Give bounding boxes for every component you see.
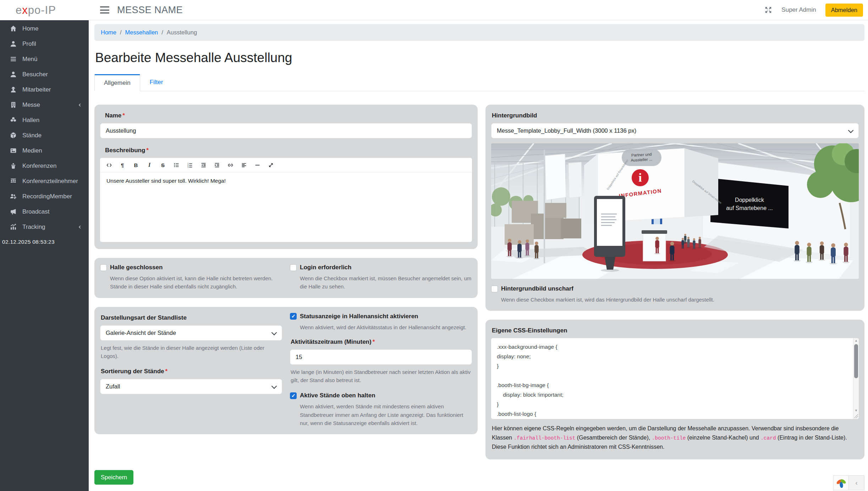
sortierung-select[interactable] [100, 379, 282, 394]
checkbox-unchecked[interactable] [491, 286, 498, 292]
users-gear-icon [10, 193, 17, 200]
halle-geschlossen-checkbox[interactable]: Halle geschlossen [100, 264, 282, 271]
code-booth-tile: .booth-tile [652, 435, 686, 441]
indent-icon[interactable] [211, 160, 222, 170]
page-title: Bearbeite Messehalle Ausstellung [95, 50, 864, 65]
sidebar-item-hallen[interactable]: Hallen [0, 112, 89, 128]
ordered-list-icon[interactable]: 123 [185, 160, 195, 170]
resize-handle-icon[interactable] [854, 414, 858, 418]
brand-x: x [22, 4, 28, 16]
unscharf-checkbox[interactable]: Hintergrundbild unscharf [491, 285, 859, 292]
aktivitaetszeitraum-label: Aktivitätszeitraum (Minuten)* [291, 338, 472, 346]
brand-text: expo-IP [16, 4, 56, 17]
sidebar-item-broadcast[interactable]: Broadcast [0, 204, 89, 219]
megaphone-icon [10, 208, 17, 215]
header: MESSE NAME Super Admin Abmelden [89, 0, 868, 20]
checkbox-unchecked[interactable] [100, 264, 107, 271]
login-erforderlich-help: Wenn die Checkbox markiert ist, müssen B… [300, 274, 472, 291]
scroll-down-icon[interactable]: ▼ [853, 408, 859, 413]
scrollbar[interactable]: ▲ ▼ [853, 338, 859, 419]
horizontal-rule-icon[interactable] [252, 160, 263, 170]
card-name-beschreibung: Name* Beschreibung* ¶ B I S 123 [94, 105, 478, 249]
sidebar-item-besucher[interactable]: Besucher [0, 67, 89, 82]
fullscreen-icon[interactable] [764, 6, 772, 14]
user-role-label: Super Admin [781, 6, 816, 13]
sidebar-item-menu[interactable]: Menü [0, 51, 89, 67]
align-left-icon[interactable] [238, 160, 249, 170]
css-textarea[interactable]: .xxx-background-image { display: none; }… [491, 338, 859, 419]
logout-button[interactable]: Abmelden [825, 4, 863, 17]
sidebar-item-mitarbeiter[interactable]: Mitarbeiter [0, 82, 89, 97]
boxes-icon [10, 116, 17, 124]
sidebar-item-profil[interactable]: Profil [0, 36, 89, 51]
sidebar-item-konferenzteilnehmer[interactable]: Konferenzteilnehmer [0, 173, 89, 189]
hintergrundbild-select[interactable] [491, 123, 859, 138]
checkbox-checked[interactable] [290, 313, 297, 320]
breadcrumb-messehallen[interactable]: Messehallen [125, 29, 158, 36]
sidebar-nav: Home Profil Menü Besucher Mitarbeiter Me… [0, 20, 89, 235]
breadcrumb-current: Ausstellung [167, 29, 197, 36]
sidebar-item-home[interactable]: Home [0, 21, 89, 36]
css-help-text: Hier können eigene CSS-Regeln eingegeben… [492, 424, 858, 451]
hamburger-menu-icon[interactable] [100, 6, 109, 13]
save-button[interactable]: Speichern [94, 470, 133, 485]
fullscreen-icon[interactable] [265, 160, 276, 170]
beschreibung-label: Beschreibung* [105, 147, 472, 154]
chat-widget-collapse-button[interactable]: ‹ [849, 475, 864, 490]
name-input[interactable] [100, 123, 472, 138]
card-hintergrundbild: Hintergrundbild [485, 105, 864, 311]
bars-icon [10, 55, 17, 63]
scroll-up-icon[interactable]: ▲ [853, 338, 859, 343]
sidebar-item-staende[interactable]: Stände [0, 128, 89, 143]
darstellungsart-label: Darstellungsart der Standliste [101, 314, 282, 321]
name-label: Name* [105, 112, 472, 119]
darstellungsart-select[interactable] [100, 325, 282, 341]
outdent-icon[interactable] [198, 160, 209, 170]
statusanzeige-checkbox[interactable]: Statusanzeige in Hallenansicht aktiviere… [290, 313, 472, 320]
italic-icon[interactable]: I [144, 160, 155, 170]
scrollbar-thumb[interactable] [854, 344, 858, 378]
sidebar-item-tracking[interactable]: Tracking [0, 219, 89, 235]
bold-icon[interactable]: B [131, 160, 141, 170]
checkbox-unchecked[interactable] [290, 264, 297, 271]
breadcrumb-home[interactable]: Home [101, 29, 116, 36]
aktivitaetszeitraum-help: Wie lange (in Minuten) ein Standbetreuer… [291, 368, 472, 385]
app-root: expo-IP Home Profil Menü Besucher Mitarb… [0, 0, 868, 491]
paragraph-icon[interactable]: ¶ [117, 160, 128, 170]
sortierung-label: Sortierung der Stände* [101, 368, 282, 375]
worker-icon [10, 86, 17, 93]
svg-text:auf Smartebene ...: auf Smartebene ... [726, 205, 773, 211]
link-icon[interactable] [225, 160, 236, 170]
editor-toolbar: ¶ B I S 123 [100, 158, 472, 172]
sidebar-item-messe[interactable]: Messe [0, 97, 89, 112]
aktive-staende-checkbox[interactable]: Aktive Stände oben halten [290, 392, 472, 399]
tab-bar: Allgemein Filter [94, 74, 864, 91]
smartscreen [710, 178, 789, 228]
halle-geschlossen-help: Wenn diese Option aktiviert ist, kann di… [110, 274, 282, 291]
sidebar-item-medien[interactable]: Medien [0, 143, 89, 158]
card-halle-optionen: Halle geschlossen Wenn diese Option akti… [94, 258, 478, 298]
chevron-left-icon [77, 225, 82, 230]
sidebar-item-konferenzen[interactable]: Konferenzen [0, 158, 89, 173]
unordered-list-icon[interactable] [171, 160, 182, 170]
rich-text-editor: ¶ B I S 123 [100, 158, 472, 242]
brand-logo[interactable]: expo-IP [0, 0, 89, 20]
chevron-left-icon: ‹ [856, 479, 858, 487]
tab-panel-allgemein: Name* Beschreibung* ¶ B I S 123 [94, 91, 864, 485]
home-icon [10, 25, 17, 32]
required-asterisk: * [122, 112, 125, 119]
tab-filter[interactable]: Filter [140, 74, 173, 91]
podium-icon [10, 162, 17, 170]
chat-widget-button[interactable] [833, 475, 849, 490]
tab-allgemein[interactable]: Allgemein [94, 74, 140, 91]
css-label: Eigene CSS-Einstellungen [492, 327, 859, 334]
code-icon[interactable] [104, 160, 114, 170]
checkbox-checked[interactable] [290, 392, 297, 399]
strikethrough-icon[interactable]: S [158, 160, 168, 170]
beschreibung-editor-body[interactable]: Unsere Aussteller sind super toll. Wirkl… [100, 172, 472, 242]
sidebar-item-recordingmember[interactable]: RecordingMember [0, 189, 89, 204]
aktivitaetszeitraum-input[interactable] [290, 349, 472, 365]
login-erforderlich-checkbox[interactable]: Login erforderlich [290, 264, 472, 271]
unscharf-help: Wenn diese Checkbox markiert ist, wird d… [501, 296, 859, 304]
card-css: Eigene CSS-Einstellungen .xxx-background… [485, 320, 864, 459]
